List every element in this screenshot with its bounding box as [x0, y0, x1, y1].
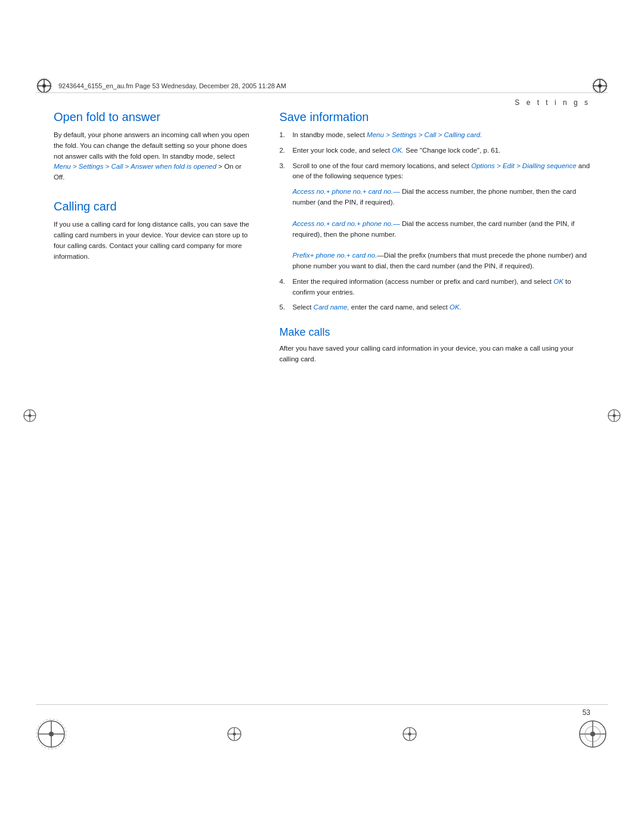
sublink1: Access no.+ phone no.+ card no.—	[292, 188, 400, 195]
page-number: 53	[583, 708, 590, 717]
calling-card-title: Calling card	[54, 200, 249, 213]
right-column: Save information 1. In standby mode, sel…	[279, 110, 590, 702]
svg-point-34	[590, 732, 595, 736]
list-item: 1. In standby mode, select Menu > Settin…	[279, 130, 590, 141]
corner-mark-bc	[226, 726, 243, 742]
bottom-rule	[36, 704, 608, 705]
make-calls-title: Make calls	[279, 326, 590, 339]
open-fold-link: Menu > Settings > Call > Answer when fol…	[54, 163, 216, 170]
save-info-title: Save information	[279, 110, 590, 124]
sublink3: Prefix+ phone no.+ card no.	[292, 252, 377, 259]
svg-point-8	[598, 84, 602, 88]
make-calls-section: Make calls After you have saved your cal…	[279, 326, 590, 365]
save-information-section: Save information 1. In standby mode, sel…	[279, 110, 590, 313]
header-bar: 9243644_6155_en_au.fm Page 53 Wednesday,…	[36, 78, 608, 94]
open-fold-section: Open fold to answer By default, your pho…	[54, 110, 249, 183]
reg-mark-right	[592, 78, 608, 94]
open-fold-body: By default, your phone answers an incomi…	[54, 130, 249, 183]
svg-point-26	[233, 733, 236, 736]
sublink2: Access no.+ card no.+ phone no.—	[292, 220, 400, 227]
calling-card-section: Calling card If you use a calling card f…	[54, 200, 249, 262]
header-rule	[36, 92, 608, 93]
left-column: Open fold to answer By default, your pho…	[54, 110, 261, 702]
list-item: 4. Enter the required information (acces…	[279, 277, 590, 298]
open-fold-title: Open fold to answer	[54, 110, 249, 124]
bottom-marks	[36, 719, 608, 750]
corner-mark-bcr	[401, 726, 418, 742]
corner-mark-bl	[36, 719, 67, 750]
list-item: 3. Scroll to one of the four card memory…	[279, 161, 590, 182]
svg-point-17	[613, 414, 616, 417]
list-item: 2. Enter your lock code, and select OK. …	[279, 145, 590, 156]
settings-label: S e t t i n g s	[515, 98, 590, 107]
side-reg-mark-right	[607, 408, 621, 425]
save-info-list: 1. In standby mode, select Menu > Settin…	[279, 130, 590, 313]
calling-card-body: If you use a calling card for long dista…	[54, 219, 249, 262]
reg-mark-left	[36, 78, 52, 94]
svg-point-13	[29, 414, 32, 417]
page: 9243644_6155_en_au.fm Page 53 Wednesday,…	[0, 0, 644, 833]
content-area: Open fold to answer By default, your pho…	[54, 110, 590, 702]
list-item-sub: Access no.+ phone no.+ card no.— Dial th…	[279, 187, 590, 272]
svg-point-21	[49, 732, 54, 736]
header-text: 9243644_6155_en_au.fm Page 53 Wednesday,…	[58, 82, 586, 89]
svg-point-3	[42, 84, 46, 88]
svg-point-30	[408, 733, 411, 736]
corner-mark-br	[577, 719, 608, 750]
make-calls-body: After you have saved your calling card i…	[279, 343, 590, 365]
side-reg-mark-left	[23, 408, 37, 425]
list-item: 5. Select Card name, enter the card name…	[279, 302, 590, 313]
